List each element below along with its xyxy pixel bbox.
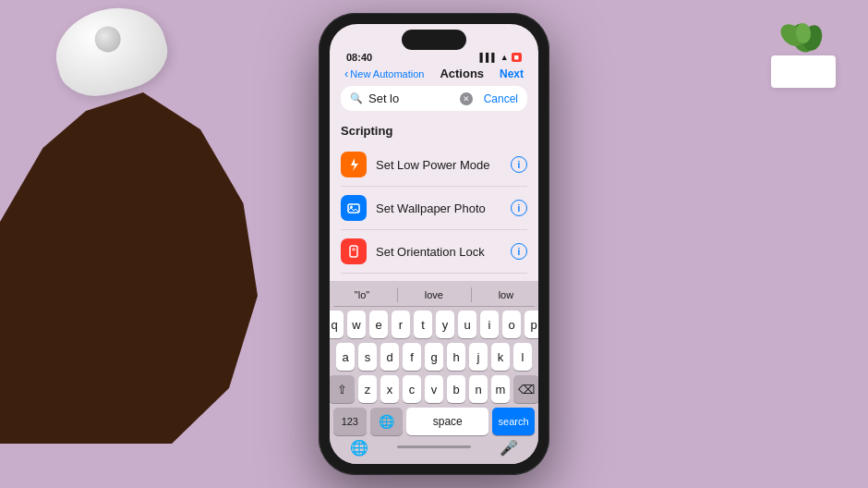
key-f[interactable]: f <box>403 343 421 371</box>
keyboard-suggestions: "lo" love low <box>333 285 535 307</box>
key-row-2: a s d f g h j k l <box>333 343 535 371</box>
wifi-icon: ▲ <box>500 53 509 62</box>
status-bar: 08:40 ▌▌▌ ▲ ■ <box>330 50 538 63</box>
action-item-wallpaper[interactable]: Set Wallpaper Photo i <box>341 187 527 230</box>
keyboard-rows: q w e r t y u i o p a s d f g <box>333 311 535 435</box>
section-header: Scripting <box>341 118 527 143</box>
key-q[interactable]: q <box>330 311 344 338</box>
suggestion-lo[interactable]: "lo" <box>347 287 377 302</box>
bottom-bar: 🌐 🎤 <box>333 435 535 462</box>
cancel-button[interactable]: Cancel <box>478 92 518 105</box>
key-s[interactable]: s <box>358 343 377 371</box>
key-row-3: ⇧ z x c v b n m ⌫ <box>333 375 535 403</box>
keyboard: "lo" love low q w e r t y u i o p <box>330 281 538 464</box>
key-o[interactable]: o <box>502 311 521 338</box>
globe-icon[interactable]: 🌐 <box>350 439 368 457</box>
numbers-key[interactable]: 123 <box>333 408 367 435</box>
key-t[interactable]: t <box>414 311 432 338</box>
orientation-icon <box>341 238 367 264</box>
key-v[interactable]: v <box>425 375 443 403</box>
key-z[interactable]: z <box>358 375 377 403</box>
key-i[interactable]: i <box>480 311 499 338</box>
next-button[interactable]: Next <box>500 67 524 80</box>
globe-key[interactable]: 🌐 <box>370 408 404 435</box>
orientation-label: Set Orientation Lock <box>376 245 501 259</box>
suggestion-low[interactable]: low <box>491 287 522 302</box>
wallpaper-icon <box>341 195 367 221</box>
key-h[interactable]: h <box>447 343 465 371</box>
key-r[interactable]: r <box>392 311 410 338</box>
key-k[interactable]: k <box>491 343 510 371</box>
status-icons: ▌▌▌ ▲ ■ <box>480 53 523 62</box>
back-button[interactable]: ‹ New Automation <box>344 67 424 80</box>
key-row-4: 123 🌐 space search <box>333 408 535 435</box>
key-b[interactable]: b <box>447 375 465 403</box>
results-area: Scripting Set Low Power Mode i <box>330 118 538 281</box>
search-key[interactable]: search <box>492 408 535 435</box>
key-x[interactable]: x <box>380 375 399 403</box>
nav-bar: ‹ New Automation Actions Next <box>330 63 538 86</box>
home-indicator <box>397 445 471 448</box>
key-w[interactable]: w <box>347 311 366 338</box>
delete-key[interactable]: ⌫ <box>513 375 538 403</box>
dynamic-island <box>402 30 466 50</box>
svg-marker-0 <box>351 158 358 171</box>
svg-rect-3 <box>350 246 357 257</box>
battery-icon: ■ <box>512 53 522 62</box>
low-power-label: Set Low Power Mode <box>376 158 501 172</box>
space-key[interactable]: space <box>406 408 488 435</box>
key-j[interactable]: j <box>469 343 488 371</box>
mic-icon[interactable]: 🎤 <box>500 439 518 457</box>
search-icon: 🔍 <box>350 92 363 104</box>
succulent <box>757 5 850 88</box>
key-p[interactable]: p <box>524 311 538 338</box>
shift-key[interactable]: ⇧ <box>330 375 355 403</box>
key-u[interactable]: u <box>458 311 476 338</box>
key-n[interactable]: n <box>469 375 488 403</box>
status-time: 08:40 <box>346 52 372 63</box>
orientation-info-button[interactable]: i <box>511 243 527 260</box>
wallpaper-label: Set Wallpaper Photo <box>376 201 501 215</box>
iphone-screen: 08:40 ▌▌▌ ▲ ■ ‹ New Automation Actions N… <box>330 24 538 464</box>
key-c[interactable]: c <box>403 375 421 403</box>
action-item-orientation[interactable]: Set Orientation Lock i <box>341 230 527 274</box>
key-a[interactable]: a <box>336 343 355 371</box>
low-power-icon <box>341 152 367 177</box>
key-l[interactable]: l <box>513 343 532 371</box>
key-g[interactable]: g <box>425 343 443 371</box>
iphone: 08:40 ▌▌▌ ▲ ■ ‹ New Automation Actions N… <box>319 13 549 475</box>
wallpaper-info-button[interactable]: i <box>511 200 527 216</box>
key-e[interactable]: e <box>369 311 388 338</box>
low-power-info-button[interactable]: i <box>511 156 527 173</box>
back-label: New Automation <box>350 68 424 79</box>
signal-icon: ▌▌▌ <box>480 53 498 62</box>
key-m[interactable]: m <box>491 375 510 403</box>
key-y[interactable]: y <box>436 311 454 338</box>
search-bar[interactable]: 🔍 Set lo ✕ Cancel <box>341 86 527 111</box>
chevron-left-icon: ‹ <box>344 67 348 80</box>
search-input[interactable]: Set lo <box>368 92 454 105</box>
suggestion-love[interactable]: love <box>417 287 451 302</box>
key-row-1: q w e r t y u i o p <box>333 311 535 338</box>
clear-button[interactable]: ✕ <box>460 92 473 105</box>
action-item-truetone[interactable]: Set True Tone i <box>341 274 527 281</box>
key-d[interactable]: d <box>380 343 399 371</box>
action-item-low-power[interactable]: Set Low Power Mode i <box>341 143 527 187</box>
page-title: Actions <box>440 67 484 80</box>
